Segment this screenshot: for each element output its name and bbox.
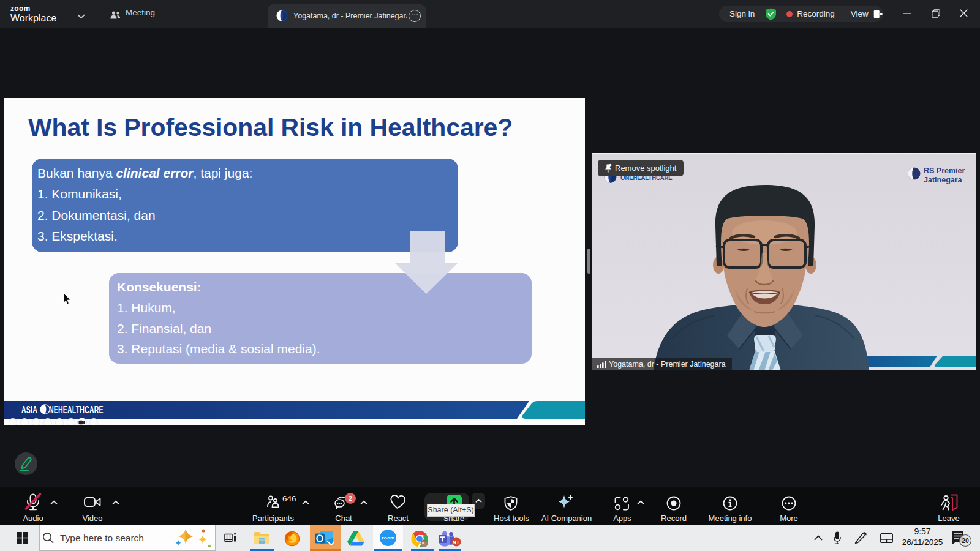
svg-text:9+: 9+ — [453, 539, 460, 545]
svg-text:20: 20 — [962, 537, 969, 544]
